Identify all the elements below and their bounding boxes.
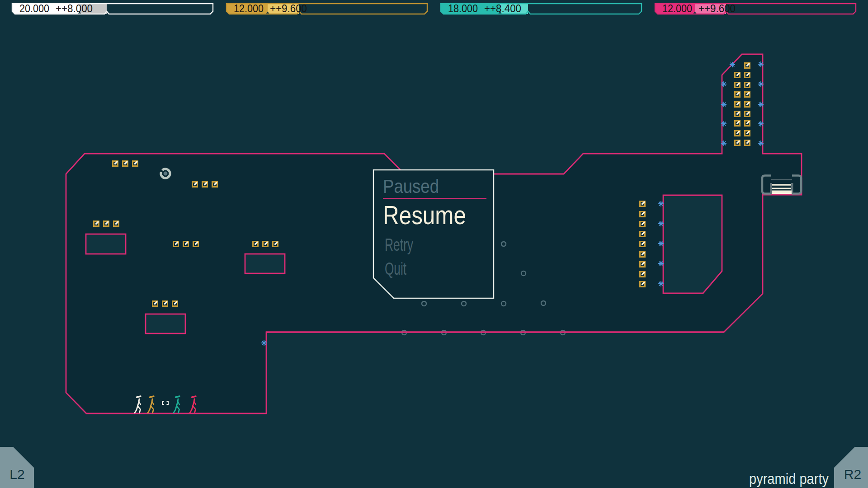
svg-text:R2: R2 <box>844 467 861 482</box>
svg-text:L2: L2 <box>9 467 24 482</box>
svg-text:Paused: Paused <box>383 176 439 197</box>
svg-text:Retry: Retry <box>385 235 413 254</box>
svg-text:++9.600: ++9.600 <box>270 3 307 14</box>
svg-text:Quit: Quit <box>385 259 406 278</box>
svg-text:++8.400: ++8.400 <box>484 3 521 14</box>
svg-text:pyramid party: pyramid party <box>749 470 829 487</box>
svg-text:++9.600: ++9.600 <box>698 3 736 14</box>
svg-text:++8.000: ++8.000 <box>56 3 93 14</box>
svg-text:12.000: 12.000 <box>234 3 264 14</box>
svg-text:18.000: 18.000 <box>448 3 478 14</box>
svg-text:20.000: 20.000 <box>19 3 49 14</box>
svg-text:12.000: 12.000 <box>662 3 692 14</box>
svg-text:Resume: Resume <box>383 201 466 230</box>
